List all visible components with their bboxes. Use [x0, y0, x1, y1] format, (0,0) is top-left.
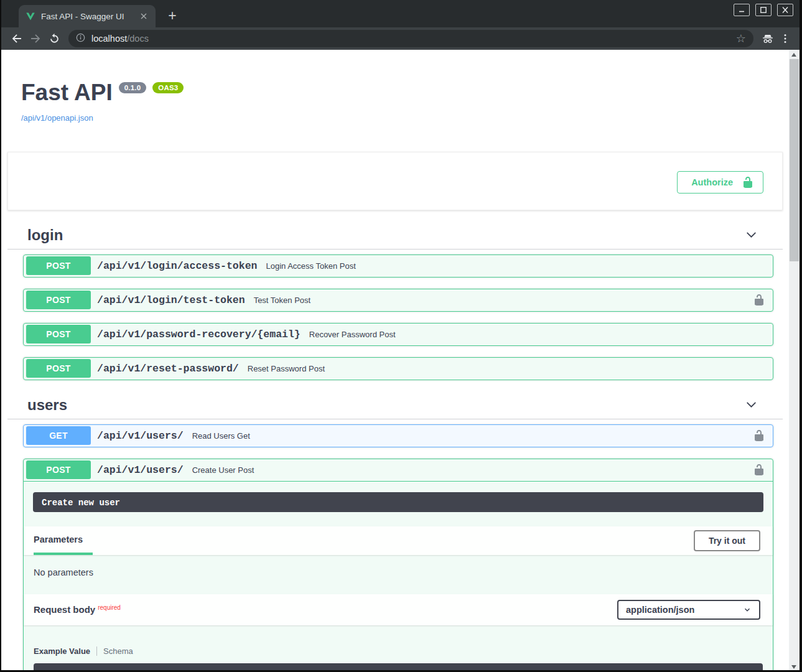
- chevron-down-icon: [745, 228, 758, 241]
- tab-parameters[interactable]: Parameters: [34, 526, 93, 555]
- request-body-header: Request bodyrequired application/json: [24, 594, 773, 625]
- method-badge: POST: [26, 460, 91, 479]
- page-viewport: Fast API 0.1.0 OAS3 /api/v1/openapi.json…: [1, 50, 800, 672]
- endpoint-summary[interactable]: POST/api/v1/reset-password/Reset Passwor…: [24, 358, 773, 380]
- back-icon[interactable]: [7, 29, 26, 48]
- endpoint-post-row: POST/api/v1/users/Create User Post Creat…: [23, 459, 773, 672]
- swagger-page: Fast API 0.1.0 OAS3 /api/v1/openapi.json…: [1, 50, 789, 672]
- minimize-button[interactable]: [734, 4, 750, 16]
- endpoint-summary[interactable]: POST/api/v1/login/test-tokenTest Token P…: [24, 289, 773, 311]
- openapi-spec-link[interactable]: /api/v1/openapi.json: [21, 113, 93, 123]
- method-badge: POST: [26, 325, 91, 343]
- operation-description: Create new user: [33, 492, 763, 512]
- authorize-button[interactable]: Authorize: [677, 171, 763, 194]
- browser-window: Fast API - Swagger UI +: [0, 0, 802, 672]
- scrollbar-down-arrow-icon[interactable]: [791, 665, 796, 669]
- endpoint-post-row: POST/api/v1/login/access-tokenLogin Acce…: [23, 254, 773, 278]
- tab-schema[interactable]: Schema: [103, 646, 133, 656]
- endpoint-summary[interactable]: POST/api/v1/password-recovery/{email}Rec…: [24, 324, 773, 345]
- browser-titlebar: Fast API - Swagger UI +: [1, 0, 800, 27]
- endpoint-path: /api/v1/reset-password/: [97, 363, 239, 375]
- maximize-button[interactable]: [755, 4, 772, 16]
- unlocked-padlock-icon: [753, 464, 765, 476]
- chevron-down-icon: [745, 398, 758, 411]
- chevron-down-icon: [743, 605, 752, 614]
- required-flag: required: [98, 604, 121, 611]
- reload-icon[interactable]: [45, 29, 63, 48]
- browser-toolbar: localhost/docs ☆: [1, 27, 800, 50]
- oas-badge: OAS3: [152, 82, 184, 93]
- model-example-tabs: Example Value Schema: [34, 646, 763, 656]
- version-badge: 0.1.0: [119, 82, 147, 93]
- endpoint-summary-text: Recover Password Post: [309, 330, 396, 339]
- request-body-label: Request bodyrequired: [34, 604, 121, 615]
- no-parameters-text: No parameters: [24, 555, 773, 594]
- scrollbar-up-arrow-icon[interactable]: [791, 53, 796, 57]
- scheme-container: Authorize: [7, 152, 783, 210]
- auth-lock-button[interactable]: [752, 428, 767, 443]
- incognito-icon: [758, 29, 777, 48]
- address-bar[interactable]: localhost/docs ☆: [68, 30, 753, 47]
- endpoint-summary-text: Create User Post: [192, 465, 254, 475]
- close-button[interactable]: [777, 4, 793, 16]
- endpoint-post-row: POST/api/v1/login/test-tokenTest Token P…: [23, 289, 773, 312]
- scrollbar-thumb[interactable]: [790, 59, 799, 261]
- try-it-out-button[interactable]: Try it out: [694, 530, 760, 551]
- endpoint-post-row: POST/api/v1/password-recovery/{email}Rec…: [23, 323, 773, 346]
- endpoint-path: /api/v1/login/test-token: [97, 294, 245, 306]
- tab-example-value[interactable]: Example Value: [34, 646, 90, 656]
- operation-body: Create new user Parameters Try it out No…: [24, 492, 773, 672]
- endpoint-path: /api/v1/users/: [97, 464, 184, 476]
- auth-lock-button[interactable]: [752, 462, 767, 477]
- endpoint-list: POST/api/v1/login/access-tokenLogin Acce…: [23, 254, 773, 380]
- window-controls: [734, 4, 793, 16]
- endpoint-post-row: POST/api/v1/reset-password/Reset Passwor…: [23, 357, 773, 380]
- forward-icon[interactable]: [26, 29, 45, 48]
- endpoint-list: GET/api/v1/users/Read Users GetPOST/api/…: [23, 424, 773, 672]
- url-host: localhost: [91, 34, 127, 44]
- browser-tab[interactable]: Fast API - Swagger UI: [19, 5, 156, 27]
- authorize-label: Authorize: [691, 177, 733, 187]
- api-info: Fast API 0.1.0 OAS3 /api/v1/openapi.json: [21, 81, 783, 123]
- endpoint-summary-text: Read Users Get: [192, 431, 250, 441]
- section-header-users[interactable]: users: [7, 391, 783, 419]
- tab-title: Fast API - Swagger UI: [41, 12, 133, 21]
- method-badge: POST: [26, 359, 91, 378]
- unlocked-padlock-icon: [742, 176, 754, 189]
- site-info-icon[interactable]: [76, 33, 85, 44]
- fastapi-favicon-icon: [25, 11, 35, 22]
- parameters-header: Parameters Try it out: [24, 526, 773, 555]
- browser-menu-icon[interactable]: [777, 30, 793, 47]
- endpoint-summary[interactable]: POST/api/v1/login/access-tokenLogin Acce…: [24, 255, 773, 277]
- endpoint-summary-text: Test Token Post: [254, 296, 311, 305]
- tab-separator: [96, 646, 97, 656]
- endpoint-path: /api/v1/login/access-token: [97, 260, 257, 272]
- endpoint-summary[interactable]: POST/api/v1/users/Create User Post: [24, 459, 773, 482]
- unlocked-padlock-icon: [753, 429, 765, 442]
- method-badge: GET: [26, 426, 91, 445]
- api-title-text: Fast API: [21, 81, 113, 105]
- unlocked-padlock-icon: [753, 294, 765, 306]
- section-title: login: [27, 226, 745, 245]
- endpoint-path: /api/v1/password-recovery/{email}: [97, 329, 301, 340]
- tab-close-icon[interactable]: [138, 11, 149, 22]
- endpoint-get-row: GET/api/v1/users/Read Users Get: [23, 424, 773, 447]
- section-title: users: [27, 396, 745, 414]
- media-type-select[interactable]: application/json: [617, 600, 760, 620]
- media-type-value: application/json: [626, 605, 694, 615]
- operation-description-text: Create new user: [42, 498, 120, 508]
- bookmark-star-icon[interactable]: ☆: [736, 33, 746, 44]
- auth-lock-button[interactable]: [752, 292, 767, 307]
- endpoint-path: /api/v1/users/: [97, 430, 184, 442]
- endpoint-summary-text: Reset Password Post: [248, 364, 325, 373]
- method-badge: POST: [26, 256, 91, 275]
- example-code-block[interactable]: {: [34, 663, 763, 672]
- url-path: /docs: [127, 34, 149, 44]
- section-header-login[interactable]: login: [7, 222, 783, 250]
- page-scrollbar[interactable]: [789, 50, 800, 672]
- new-tab-button[interactable]: +: [163, 6, 182, 25]
- endpoint-summary[interactable]: GET/api/v1/users/Read Users Get: [24, 425, 773, 447]
- api-sections: loginPOST/api/v1/login/access-tokenLogin…: [7, 222, 783, 672]
- url-text: localhost/docs: [91, 34, 149, 44]
- method-badge: POST: [26, 291, 91, 309]
